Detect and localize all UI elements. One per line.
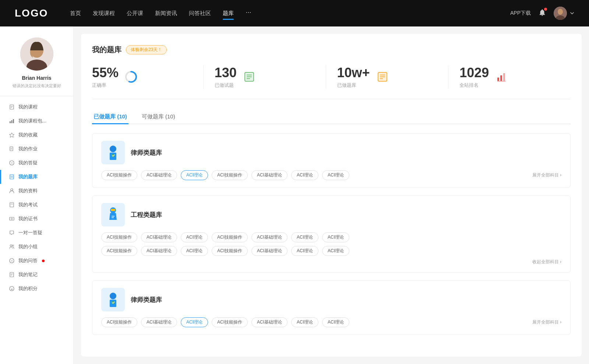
bank-card-header-3: 律师类题库 [101,288,561,311]
sidebar-item-one-to-one[interactable]: 一对一答疑 [0,226,73,240]
svg-rect-10 [11,120,13,123]
stat-accuracy: 55% 正确率 [92,65,204,89]
person-icon [9,188,15,194]
bar-icon [9,118,15,124]
chat-icon [9,230,15,236]
nav-news[interactable]: 新闻资讯 [155,8,177,18]
bank-tag[interactable]: ACI基础理论 [251,246,288,256]
nav-opencourse[interactable]: 公开课 [127,8,143,18]
tab-available-banks[interactable]: 可做题库 (10) [140,110,177,124]
bank-tag[interactable]: ACI基础理论 [141,246,177,256]
grid-icon [375,69,390,84]
sidebar-item-questionbank[interactable]: 我的题库 [0,170,73,184]
nav-qa[interactable]: 问答社区 [189,8,211,18]
stat-done-banks: 10w+ 已做题库 [326,65,449,89]
bank-tag[interactable]: ACI技能操作 [101,317,137,327]
main-content: 我的题库 体验剩余23天！ 55% 正确率 130 [81,34,582,357]
bank-tag[interactable]: ACI基础理论 [141,317,177,327]
svg-rect-6 [10,105,14,109]
expand-link-3[interactable]: 展开全部科目 › [532,319,561,325]
bank-tag[interactable]: ACI基础理论 [141,232,177,242]
main-nav: 首页 发现课程 公开课 新闻资讯 问答社区 题库 ··· [70,8,510,18]
user-avatar-wrapper[interactable] [554,7,574,20]
sidebar-item-favorites[interactable]: 我的收藏 [0,128,73,142]
tabs-row: 已做题库 (10) 可做题库 (10) [92,110,571,124]
bank-tag[interactable]: ACI技能操作 [212,317,248,327]
bank-card-header-2: 工程类题库 [101,203,561,226]
sidebar-item-points[interactable]: ★ 我的积分 [0,282,73,296]
svg-rect-9 [10,121,11,123]
bank-tags-2-row2: ACI技能操作 ACI基础理论 ACI理论 ACI技能操作 ACI基础理论 AC… [101,246,561,256]
sidebar-item-qa[interactable]: ? 我的答疑 [0,156,73,170]
bank-tag[interactable]: ACI理论 [181,246,208,256]
sidebar-item-certificate[interactable]: 我的证书 [0,212,73,226]
bank-tag[interactable]: ACI基础理论 [251,170,288,180]
edit-icon [9,146,15,152]
bank-card-lawyer-2: 律师类题库 ACI技能操作 ACI基础理论 ACI理论 ACI技能操作 ACI基… [92,280,571,335]
bank-tag[interactable]: ACI理论 [291,317,318,327]
svg-rect-18 [10,175,14,179]
sidebar-item-homework[interactable]: 我的作业 [0,142,73,156]
stat-rank-value: 1029 [459,65,489,81]
bank-tag[interactable]: ACI基础理论 [141,170,177,180]
bank-tag[interactable]: ACI技能操作 [212,246,248,256]
svg-point-21 [11,189,13,191]
bank-tag[interactable]: ACI理论 [181,232,208,242]
score-icon: ★ [9,286,15,292]
expand-link-1[interactable]: 展开全部科目 › [532,172,561,178]
bank-tag[interactable]: ACI技能操作 [101,232,137,242]
profile-avatar [20,38,53,71]
sidebar-item-myqa[interactable]: ? 我的问答 [0,254,73,268]
bank-tag[interactable]: ACI技能操作 [101,170,137,180]
header: LOGO 首页 发现课程 公开课 新闻资讯 问答社区 题库 ··· APP下载 [0,0,589,26]
bank-tag[interactable]: ACI技能操作 [212,232,248,242]
svg-rect-30 [10,272,14,277]
bank-tag[interactable]: ACI基础理论 [251,317,288,327]
sidebar-item-notes[interactable]: 我的笔记 [0,268,73,282]
bank-tag[interactable]: ACI技能操作 [212,170,248,180]
sidebar-item-profile[interactable]: 我的资料 [0,184,73,198]
nav-questionbank[interactable]: 题库 [223,8,234,18]
stat-done-questions-value: 130 [215,65,237,81]
bank-tag[interactable]: ACI基础理论 [251,232,288,242]
bank-tag[interactable]: ACI理论 [322,170,349,180]
page-header: 我的题库 体验剩余23天！ [92,45,571,55]
bank-tag[interactable]: ACI理论 [322,246,349,256]
bank-tag[interactable]: ACI理论 [291,170,318,180]
bank-tag-active[interactable]: ACI理论 [181,170,208,180]
svg-rect-47 [497,78,499,81]
bank-tag[interactable]: ACI理论 [291,246,318,256]
bank-tag[interactable]: ACI理论 [322,317,349,327]
bank-tags-2-row1: ACI技能操作 ACI基础理论 ACI理论 ACI技能操作 ACI基础理论 AC… [101,232,561,242]
app-download-link[interactable]: APP下载 [510,10,531,17]
tab-done-banks[interactable]: 已做题库 (10) [92,110,128,124]
header-right: APP下载 [510,7,574,20]
svg-rect-56 [111,209,115,211]
nav-more[interactable]: ··· [246,8,251,18]
bank-tag[interactable]: ACI理论 [322,232,349,242]
bank-title-3: 律师类题库 [131,296,162,304]
notification-bell[interactable] [538,8,546,18]
notification-dot [544,8,547,11]
bank-tag[interactable]: ACI理论 [291,232,318,242]
svg-text:★: ★ [11,288,13,290]
bank-card-engineer: 工程类题库 ACI技能操作 ACI基础理论 ACI理论 ACI技能操作 ACI基… [92,195,571,273]
nav-home[interactable]: 首页 [70,8,81,18]
sidebar-item-group[interactable]: 我的小组 [0,240,73,254]
qa-icon: ? [9,258,15,264]
bank-card-header-1: 律师类题库 [101,141,561,164]
pie-chart-icon [124,69,138,84]
stat-done-banks-label: 已做题库 [337,82,370,89]
user-avatar [554,7,567,20]
engineer-icon [101,203,125,226]
sidebar-item-exam[interactable]: 我的考试 [0,198,73,212]
sidebar-item-course[interactable]: 我的课程 [0,100,73,114]
stat-accuracy-label: 正确率 [92,82,119,89]
sidebar-item-coursepack[interactable]: 我的课程包... [0,114,73,128]
list-icon [242,69,257,84]
bank-tag[interactable]: ACI技能操作 [101,246,137,256]
collapse-link[interactable]: 收起全部科目 › [101,259,561,265]
nav-discover[interactable]: 发现课程 [93,8,115,18]
bank-card-lawyer-1: 律师类题库 ACI技能操作 ACI基础理论 ACI理论 ACI技能操作 ACI基… [92,133,571,188]
bank-tag-active[interactable]: ACI理论 [181,317,208,327]
